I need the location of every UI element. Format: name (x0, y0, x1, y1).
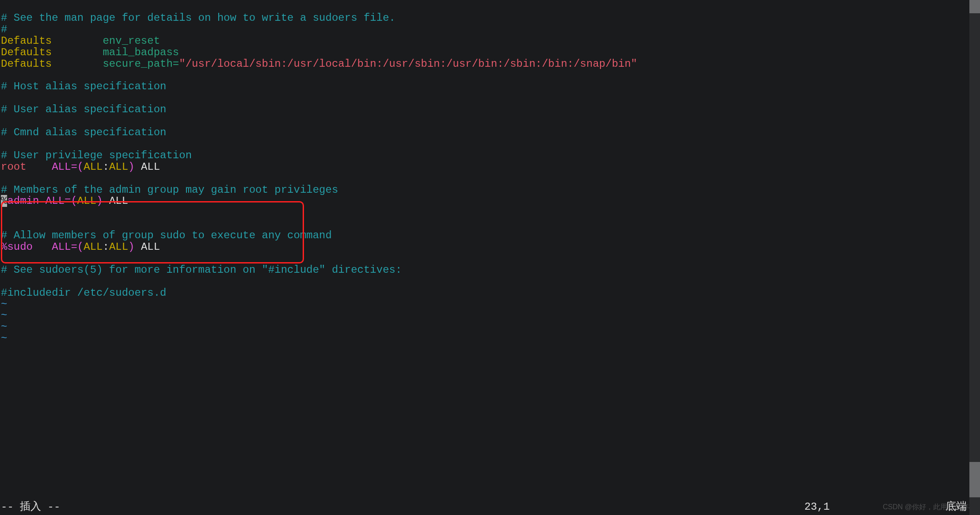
runas-all: ALL (84, 241, 103, 253)
runas-all: ALL (77, 195, 96, 207)
admin-group: admin (7, 195, 45, 207)
comment-line: # User alias specification (1, 103, 166, 115)
lparen: ( (77, 241, 84, 253)
comment-line: # Cmnd alias specification (1, 126, 166, 138)
empty-line-tilde: ~ (1, 309, 7, 321)
rparen: ) (128, 161, 134, 173)
rparen: ) (96, 195, 103, 207)
percent-inverted: % (1, 195, 7, 207)
scrollbar-thumb[interactable] (969, 0, 980, 13)
file-content: # See the man page for details on how to… (0, 0, 980, 344)
comment-line: # Host alias specification (1, 80, 166, 92)
comment-line: # (1, 23, 7, 35)
cmd-all: ALL (141, 241, 160, 253)
runas-all: ALL (109, 241, 128, 253)
empty-line-tilde: ~ (1, 321, 7, 333)
host-all: ALL (46, 195, 65, 207)
secure-path-value: "/usr/local/sbin:/usr/local/bin:/usr/sbi… (179, 58, 637, 70)
empty-line-tilde: ~ (1, 298, 7, 310)
lparen: ( (71, 195, 77, 207)
root-user: root (1, 161, 27, 173)
equals-sign: = (65, 195, 71, 207)
comment-line: # Allow members of group sudo to execute… (1, 229, 332, 241)
lparen: ( (77, 161, 84, 173)
default-option: secure_path= (103, 58, 179, 70)
runas-all: ALL (109, 161, 128, 173)
defaults-keyword: Defaults (1, 35, 52, 47)
comment-line: #includedir /etc/sudoers.d (1, 287, 166, 299)
equals-sign: = (71, 241, 77, 253)
host-all: ALL (52, 241, 71, 253)
vim-cursor-position: 23,1 (804, 501, 830, 513)
vim-editor[interactable]: # See the man page for details on how to… (0, 0, 980, 515)
sudo-group: %sudo (1, 241, 33, 253)
defaults-keyword: Defaults (1, 58, 52, 70)
colon: : (103, 161, 109, 173)
comment-line: # Members of the admin group may gain ro… (1, 184, 338, 196)
comment-line: # See sudoers(5) for more information on… (1, 264, 402, 276)
host-all: ALL (52, 161, 71, 173)
colon: : (103, 241, 109, 253)
scrollbar-thumb[interactable] (969, 462, 980, 497)
vim-status-line: -- 插入 -- 23,1 底端 (0, 499, 980, 513)
default-option: mail_badpass (103, 46, 179, 58)
rparen: ) (128, 241, 134, 253)
equals-sign: = (71, 161, 77, 173)
cmd-all: ALL (109, 195, 128, 207)
comment-line: # User privilege specification (1, 149, 192, 161)
defaults-keyword: Defaults (1, 46, 52, 58)
runas-all: ALL (84, 161, 103, 173)
comment-line: # See the man page for details on how to… (1, 12, 395, 24)
cmd-all: ALL (141, 161, 160, 173)
default-option: env_reset (103, 35, 160, 47)
vim-file-position: 底端 (946, 501, 967, 513)
vim-mode-indicator: -- 插入 -- (1, 501, 60, 513)
vertical-scrollbar[interactable] (969, 0, 980, 515)
empty-line-tilde: ~ (1, 332, 7, 344)
